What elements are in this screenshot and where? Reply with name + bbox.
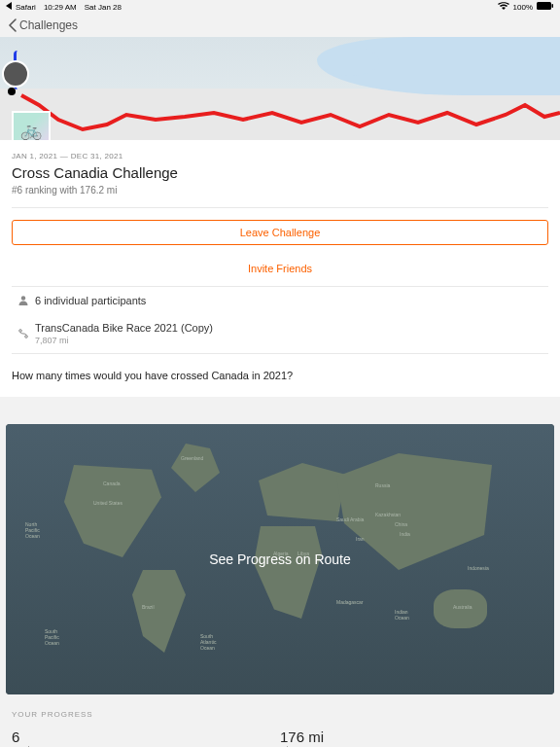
- challenge-dates: JAN 1, 2021 — DEC 31, 2021: [12, 152, 548, 160]
- battery-icon: [537, 2, 554, 12]
- avatar: [2, 60, 29, 88]
- biker-badge-icon: 🚲: [12, 111, 51, 140]
- svg-rect-0: [537, 2, 551, 10]
- back-to-app[interactable]: Safari: [16, 3, 36, 12]
- route-start-dot: [8, 88, 16, 95]
- challenge-details: JAN 1, 2021 — DEC 31, 2021 Cross Canadia…: [0, 140, 560, 397]
- your-progress-heading: YOUR PROGRESS: [0, 694, 560, 729]
- participants-row: 6 individual participants: [12, 287, 548, 314]
- route-map-banner[interactable]: 🚲: [0, 37, 560, 140]
- progress-stats: 6 Rank 176 mi Distance 63 Activities 2% …: [0, 729, 560, 747]
- status-bar: Safari 10:29 AM Sat Jan 28 100%: [0, 0, 560, 14]
- challenge-description: How many times would you have crossed Ca…: [12, 354, 548, 397]
- progress-cta-text: See Progress on Route: [209, 551, 351, 567]
- stat-distance-value: 176 mi: [280, 729, 548, 745]
- route-path-icon: [0, 37, 560, 140]
- leave-challenge-button[interactable]: Leave Challenge: [12, 220, 548, 245]
- route-icon: [12, 328, 35, 339]
- participants-text: 6 individual participants: [35, 295, 548, 306]
- status-time: 10:29 AM: [44, 3, 77, 12]
- invite-friends-link[interactable]: Invite Friends: [12, 255, 548, 286]
- svg-rect-1: [552, 4, 554, 8]
- svg-point-4: [25, 336, 28, 338]
- nav-bar: Challenges: [0, 14, 560, 37]
- route-distance: 7,807 mi: [35, 336, 548, 345]
- challenge-subtitle: #6 ranking with 176.2 mi: [12, 185, 548, 196]
- back-label: Challenges: [19, 18, 78, 32]
- wifi-icon: [498, 2, 509, 12]
- battery-percent: 100%: [513, 3, 533, 12]
- route-name: TransCanada Bike Race 2021 (Copy): [35, 322, 548, 334]
- stat-rank-value: 6: [12, 729, 280, 745]
- chevron-left-icon: [8, 18, 18, 32]
- progress-map-card[interactable]: United States Canada Brazil Greenland Ru…: [6, 424, 554, 694]
- back-button[interactable]: Challenges: [8, 18, 78, 32]
- person-icon: [12, 295, 35, 306]
- svg-point-3: [19, 330, 22, 333]
- svg-point-2: [21, 296, 25, 300]
- challenge-title: Cross Canadia Challenge: [12, 164, 548, 181]
- route-row[interactable]: TransCanada Bike Race 2021 (Copy) 7,807 …: [12, 314, 548, 353]
- back-to-app-icon[interactable]: [6, 2, 12, 12]
- status-date: Sat Jan 28: [85, 3, 122, 12]
